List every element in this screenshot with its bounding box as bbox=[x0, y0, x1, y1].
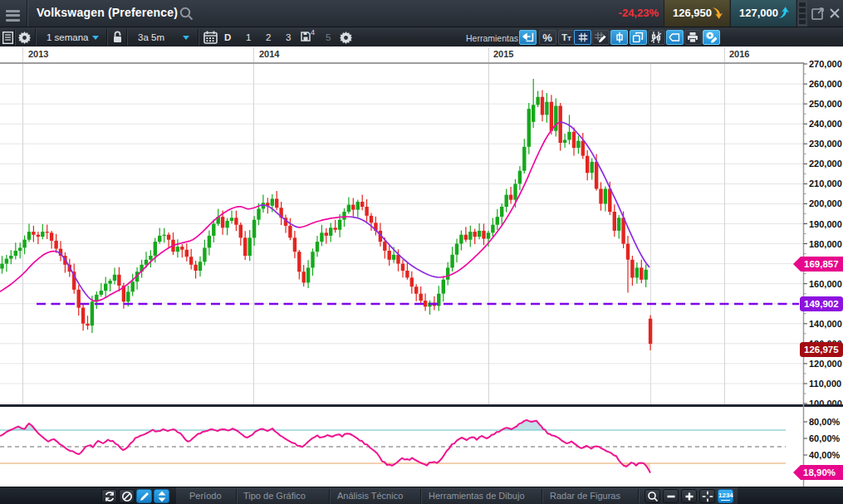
svg-text:160,000: 160,000 bbox=[809, 279, 842, 289]
svg-text:149,902: 149,902 bbox=[804, 299, 839, 309]
svg-text:40,00%: 40,00% bbox=[809, 450, 841, 460]
svg-text:60,00%: 60,00% bbox=[809, 433, 841, 443]
svg-text:270,000: 270,000 bbox=[809, 59, 842, 69]
svg-text:2014: 2014 bbox=[259, 49, 280, 59]
svg-text:18,90%: 18,90% bbox=[803, 467, 836, 477]
svg-text:240,000: 240,000 bbox=[809, 119, 842, 129]
svg-text:169,857: 169,857 bbox=[804, 259, 839, 269]
svg-text:2016: 2016 bbox=[729, 49, 749, 59]
svg-text:100,000: 100,000 bbox=[809, 399, 842, 404]
svg-text:126,975: 126,975 bbox=[804, 345, 839, 355]
svg-text:80,00%: 80,00% bbox=[809, 417, 841, 427]
svg-text:120,000: 120,000 bbox=[809, 359, 842, 369]
svg-text:2013: 2013 bbox=[28, 49, 48, 59]
svg-text:210,000: 210,000 bbox=[809, 179, 842, 188]
svg-text:220,000: 220,000 bbox=[809, 159, 842, 169]
svg-text:200,000: 200,000 bbox=[809, 198, 842, 208]
svg-text:260,000: 260,000 bbox=[809, 79, 842, 89]
svg-text:190,000: 190,000 bbox=[809, 219, 842, 229]
svg-text:110,000: 110,000 bbox=[809, 379, 841, 389]
svg-text:2015: 2015 bbox=[493, 49, 513, 59]
svg-text:230,000: 230,000 bbox=[809, 139, 842, 149]
svg-text:250,000: 250,000 bbox=[809, 99, 842, 109]
svg-text:180,000: 180,000 bbox=[809, 239, 842, 249]
svg-text:140,000: 140,000 bbox=[809, 319, 842, 329]
